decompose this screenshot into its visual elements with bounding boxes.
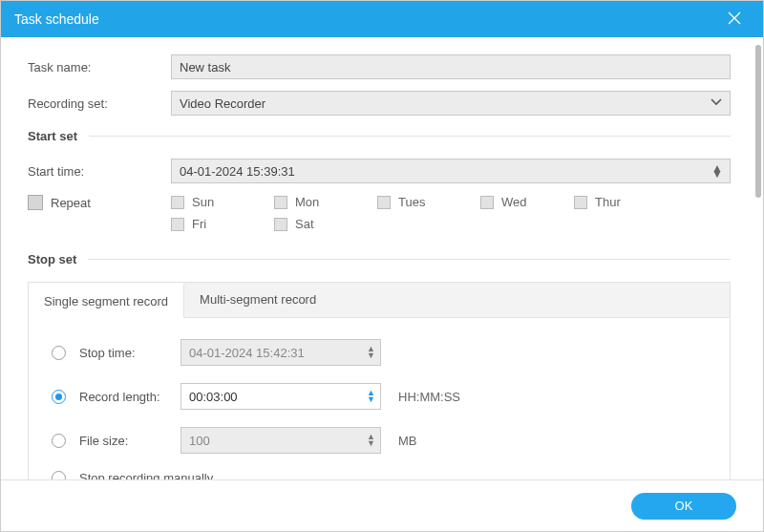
- file-size-unit: MB: [398, 434, 417, 448]
- record-length-spinner[interactable]: ▲▼: [180, 383, 381, 410]
- spinner-arrows-icon: ▲▼: [367, 434, 375, 447]
- ok-button[interactable]: OK: [631, 493, 736, 520]
- tab-body: Stop time: ▲▼ Record length: ▲▼: [29, 318, 730, 479]
- repeat-label: Repeat: [51, 196, 91, 210]
- checkbox-icon: [377, 196, 391, 209]
- radio-stop-time[interactable]: [52, 346, 66, 360]
- record-length-row: Record length: ▲▼ HH:MM:SS: [52, 383, 707, 410]
- content: Task name: Recording set: Start set Star…: [5, 37, 753, 479]
- file-size-label: File size:: [79, 434, 180, 448]
- checkbox-icon: [171, 196, 184, 209]
- radio-record-length[interactable]: [52, 390, 66, 404]
- recording-set-select[interactable]: [171, 91, 731, 116]
- dialog-title: Task schedule: [14, 11, 99, 27]
- radio-manual[interactable]: [52, 471, 66, 479]
- tabs: Single segment record Multi-segment reco…: [29, 283, 730, 318]
- content-wrap: Task name: Recording set: Start set Star…: [1, 37, 763, 479]
- start-time-label: Start time:: [28, 164, 171, 179]
- days-group: Sun Mon Tues Wed Thur Fri Sat: [171, 195, 731, 239]
- radio-file-size[interactable]: [52, 434, 66, 448]
- start-time-spinner[interactable]: ▲▼: [171, 159, 731, 183]
- task-name-label: Task name:: [28, 60, 171, 74]
- day-sat[interactable]: Sat: [274, 217, 377, 231]
- checkbox-icon: [274, 196, 287, 209]
- record-length-unit: HH:MM:SS: [398, 390, 460, 404]
- recording-set-value[interactable]: [171, 91, 731, 116]
- start-set-header: Start set: [28, 129, 731, 143]
- task-name-row: Task name:: [28, 54, 731, 79]
- scrollbar-thumb[interactable]: [755, 45, 761, 198]
- tab-multi-segment[interactable]: Multi-segment record: [184, 283, 331, 317]
- footer: OK: [1, 479, 763, 531]
- spinner-arrows-icon: ▲▼: [367, 346, 375, 359]
- task-schedule-dialog: Task schedule Task name: Recording set:: [0, 0, 764, 532]
- recording-set-row: Recording set:: [28, 91, 731, 116]
- record-length-input[interactable]: [180, 383, 381, 410]
- day-sun[interactable]: Sun: [171, 195, 274, 209]
- titlebar: Task schedule: [1, 1, 763, 37]
- tab-single-segment[interactable]: Single segment record: [29, 283, 184, 318]
- task-name-input[interactable]: [171, 54, 731, 79]
- day-tues[interactable]: Tues: [377, 195, 480, 209]
- checkbox-icon: [28, 195, 43, 210]
- stop-set-header: Stop set: [28, 252, 731, 266]
- close-icon[interactable]: [719, 5, 750, 34]
- day-wed[interactable]: Wed: [480, 195, 574, 209]
- file-size-row: File size: ▲▼ MB: [52, 427, 707, 454]
- start-time-input[interactable]: [171, 159, 731, 183]
- repeat-toggle[interactable]: Repeat: [28, 195, 171, 210]
- record-length-label: Record length:: [79, 390, 180, 404]
- day-fri[interactable]: Fri: [171, 217, 274, 231]
- repeat-row: Repeat Sun Mon Tues Wed Thur Fri Sat: [28, 195, 731, 239]
- day-mon[interactable]: Mon: [274, 195, 377, 209]
- start-set-title: Start set: [28, 129, 77, 143]
- checkbox-icon: [480, 196, 494, 209]
- file-size-spinner[interactable]: ▲▼: [180, 427, 381, 454]
- scrollbar[interactable]: [753, 37, 763, 479]
- divider: [89, 136, 731, 137]
- file-size-input[interactable]: [180, 427, 381, 454]
- checkbox-icon: [274, 218, 287, 231]
- start-time-row: Start time: ▲▼: [28, 159, 731, 183]
- tabs-card: Single segment record Multi-segment reco…: [28, 282, 731, 479]
- manual-row: Stop recording manually: [52, 471, 707, 479]
- stop-time-row: Stop time: ▲▼: [52, 339, 707, 366]
- day-thur[interactable]: Thur: [574, 195, 677, 209]
- recording-set-label: Recording set:: [28, 96, 171, 111]
- stop-time-spinner[interactable]: ▲▼: [180, 339, 381, 366]
- divider: [88, 259, 731, 260]
- stop-set-title: Stop set: [28, 252, 76, 266]
- manual-label: Stop recording manually: [79, 471, 213, 479]
- stop-time-label: Stop time:: [79, 346, 180, 360]
- checkbox-icon: [171, 218, 184, 231]
- stop-time-input[interactable]: [180, 339, 381, 366]
- spinner-arrows-icon: ▲▼: [367, 390, 375, 403]
- checkbox-icon: [574, 196, 587, 209]
